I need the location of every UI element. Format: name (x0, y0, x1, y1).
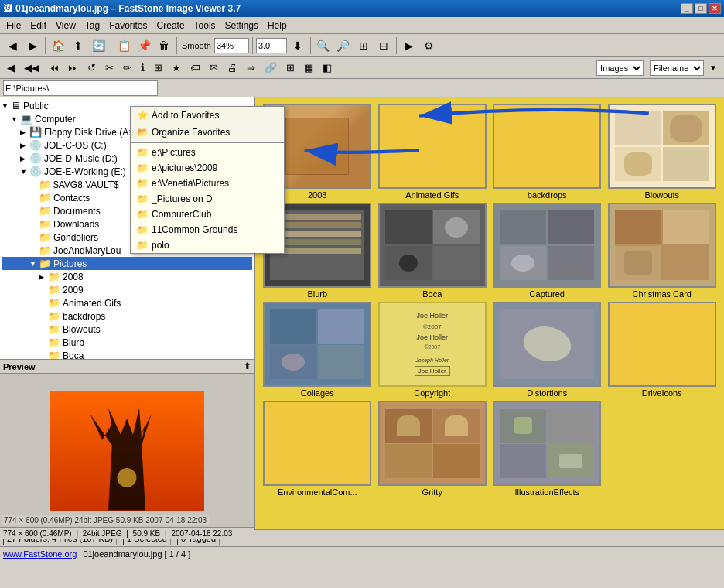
menu-view[interactable]: View (51, 19, 80, 32)
tb-copy[interactable]: 📋 (114, 36, 133, 55)
tb-zoom-out[interactable]: 🔎 (334, 36, 353, 55)
thumb-item-boca[interactable]: Boca (377, 203, 489, 299)
thumb-box-blowouts[interactable] (608, 104, 716, 189)
tree-node-blurb[interactable]: 📁 Blurb (2, 336, 252, 349)
thumbnails-area[interactable]: 2008 Animated Gifs backdrops (255, 97, 724, 529)
tb2-more2[interactable]: 🔗 (261, 60, 281, 77)
tb2-nav2[interactable]: ⏭ (64, 60, 82, 77)
menu-settings[interactable]: Settings (220, 19, 263, 32)
tb2-more5[interactable]: ◧ (319, 60, 336, 77)
tree-toggle-floppy[interactable]: ▶ (20, 128, 29, 136)
zoom-input[interactable] (214, 38, 249, 53)
thumb-item-gritty[interactable]: Gritty (377, 401, 489, 497)
menu-tag[interactable]: Tag (80, 19, 104, 32)
tb-home[interactable]: 🏠 (49, 36, 67, 55)
thumb-box-backdrops[interactable] (493, 104, 601, 189)
tree-toggle-music[interactable]: ▶ (20, 155, 29, 162)
tb2-compare[interactable]: ⊞ (150, 60, 166, 77)
tree-toggle-computer[interactable]: ▼ (11, 115, 20, 123)
tb2-tag[interactable]: 🏷 (186, 60, 204, 77)
tree-toggle-public[interactable]: ▼ (2, 102, 11, 110)
maximize-button[interactable]: □ (695, 3, 707, 14)
menu-edit[interactable]: Edit (26, 19, 51, 32)
tb2-star[interactable]: ★ (168, 60, 185, 77)
tree-node-2008[interactable]: ▶ 📁 2008 (2, 270, 252, 283)
fav-item-0[interactable]: 📁 e:\Pictures (131, 145, 284, 160)
tree-toggle-2008[interactable]: ▶ (39, 273, 48, 281)
thumb-box-animgifs[interactable] (378, 104, 487, 189)
tb2-more1[interactable]: ⇒ (243, 60, 259, 77)
tb2-info[interactable]: ℹ (137, 60, 149, 77)
thumb-box-christmas[interactable] (608, 203, 716, 288)
fav-item-2[interactable]: 📁 e:\Venetia\Pictures (131, 176, 284, 191)
tb2-dropdown-arrow[interactable]: ▼ (705, 60, 721, 77)
tb2-refresh[interactable]: ↺ (84, 60, 100, 77)
tb-up[interactable]: ⬆ (69, 36, 87, 55)
tree-toggle-cos[interactable]: ▶ (20, 142, 29, 149)
tree-node-blowouts[interactable]: 📁 Blowouts (2, 323, 252, 336)
tb-slideshow[interactable]: ▶ (400, 36, 418, 55)
tree-toggle-pictures[interactable]: ▼ (29, 260, 39, 268)
preview-toggle[interactable]: ⬆ (244, 361, 251, 371)
tree-node-backdrops[interactable]: 📁 backdrops (2, 309, 252, 323)
tb2-nav1[interactable]: ⏮ (45, 60, 63, 77)
tb-settings[interactable]: ⚙ (420, 36, 439, 55)
thumb-item-collages[interactable]: Collages (261, 302, 374, 398)
tb-paste[interactable]: 📌 (135, 36, 153, 55)
tb2-copy2[interactable]: ✂ (101, 60, 118, 77)
tb2-more4[interactable]: ▦ (300, 60, 317, 77)
thumb-item-driveicons[interactable]: DriveIcons (606, 302, 719, 398)
menu-tools[interactable]: Tools (190, 19, 220, 32)
tb-refresh[interactable]: 🔄 (89, 36, 108, 55)
fav-item-5[interactable]: 📁 11Common Grounds (131, 222, 284, 238)
tb-forward[interactable]: ▶ (23, 36, 42, 55)
menu-favorites[interactable]: Favorites (104, 19, 152, 32)
tb2-email[interactable]: ✉ (206, 60, 222, 77)
tb2-print[interactable]: 🖨 (224, 60, 241, 77)
thumb-box-copyright[interactable]: Joe Holler ©2007 Joe Holler ©2007 Joseph… (378, 302, 487, 387)
tree-node-pictures[interactable]: ▼ 📁 Pictures (2, 257, 252, 270)
window-controls[interactable]: _ □ ✕ (681, 3, 721, 14)
thumb-item-copyright[interactable]: Joe Holler ©2007 Joe Holler ©2007 Joseph… (377, 302, 489, 398)
thumb-item-blowouts[interactable]: Blowouts (606, 104, 719, 200)
menu-create[interactable]: Create (152, 19, 190, 32)
tree-toggle-working[interactable]: ▼ (20, 168, 29, 176)
thumb-item-illustfx[interactable]: IllustrationEffects (491, 401, 603, 497)
version-input[interactable] (256, 38, 287, 53)
tree-node-boca[interactable]: 📁 Boca (2, 349, 252, 359)
favorites-dropdown[interactable]: ⭐ Add to Favorites 📂 Organize Favorites … (130, 106, 285, 254)
fav-item-4[interactable]: 📁 ComputerClub (131, 207, 284, 222)
thumb-box-driveicons[interactable] (608, 302, 716, 387)
thumb-item-distortions[interactable]: Distortions (491, 302, 603, 398)
thumb-box-boca[interactable] (378, 203, 487, 288)
fav-organize-favorites[interactable]: 📂 Organize Favorites (131, 124, 284, 141)
tb-fit[interactable]: ⊞ (354, 36, 373, 55)
tree-node-2009[interactable]: 📁 2009 (2, 283, 252, 296)
tb-delete[interactable]: 🗑 (155, 36, 173, 55)
tree-node-animgifs[interactable]: 📁 Animated Gifs (2, 296, 252, 309)
tb2-edit[interactable]: ✏ (119, 60, 135, 77)
tb-actual[interactable]: ⊟ (374, 36, 393, 55)
thumb-item-animgifs[interactable]: Animated Gifs (377, 104, 489, 200)
view-select[interactable]: Images All Files (596, 60, 644, 76)
fav-item-6[interactable]: 📁 polo (131, 238, 284, 253)
minimize-button[interactable]: _ (681, 3, 693, 14)
close-button[interactable]: ✕ (709, 3, 721, 14)
thumb-box-gritty[interactable] (378, 401, 487, 486)
tb2-more3[interactable]: ⊞ (282, 60, 299, 77)
website-link[interactable]: www.FastStone.org (3, 549, 77, 559)
address-input[interactable] (3, 80, 158, 96)
tb-back[interactable]: ◀ (3, 36, 22, 55)
fav-item-3[interactable]: 📁 _Pictures on D (131, 191, 284, 207)
tb2-next-folder[interactable]: ◀◀ (20, 60, 43, 77)
fav-item-1[interactable]: 📁 e:\pictures\2009 (131, 160, 284, 176)
tb-scroll[interactable]: ⬇ (289, 36, 307, 55)
thumb-box-envcomp[interactable] (263, 401, 371, 486)
menu-help[interactable]: Help (263, 19, 292, 32)
thumb-item-captured[interactable]: Captured (491, 203, 603, 299)
sort-select[interactable]: Filename Date Size (650, 60, 704, 76)
menu-file[interactable]: File (2, 19, 26, 32)
thumb-item-envcomp[interactable]: EnvironmentalCom... (261, 401, 374, 497)
thumb-box-collages[interactable] (263, 302, 371, 387)
thumb-box-distortions[interactable] (493, 302, 601, 387)
